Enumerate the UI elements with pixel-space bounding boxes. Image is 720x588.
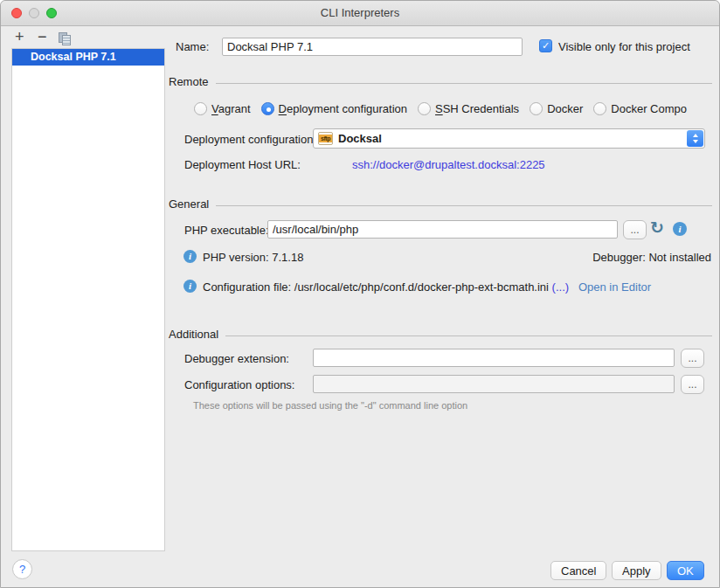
deployment-host-url-link[interactable]: ssh://docker@drupaltest.docksal:2225: [352, 158, 545, 171]
cli-interpreters-dialog: CLI Interpreters + − Docksal PHP 7.1 Nam…: [0, 0, 720, 588]
help-button[interactable]: ?: [12, 559, 32, 579]
section-divider: [216, 83, 712, 84]
config-options-hint: These options will be passed using the "…: [193, 400, 467, 411]
debugger-extension-label: Debugger extension:: [184, 352, 289, 365]
visible-project-label: Visible only for this project: [558, 40, 690, 53]
php-executable-browse-button[interactable]: ...: [623, 220, 647, 239]
radio-vagrant[interactable]: Vagrant: [194, 102, 251, 115]
open-in-editor-link[interactable]: Open in Editor: [578, 280, 651, 294]
remote-type-radio-group: Vagrant Deployment configuration SSH Cre…: [194, 98, 719, 119]
php-executable-input[interactable]: [267, 220, 618, 239]
sftp-server-icon: sftp: [318, 132, 333, 145]
radio-icon: [593, 102, 606, 115]
php-version-text: PHP version: 7.1.18: [203, 251, 303, 264]
additional-section-label: Additional: [169, 328, 225, 341]
additional-section-header: Additional: [169, 328, 712, 341]
add-interpreter-button[interactable]: +: [15, 28, 24, 46]
info-icon: i: [183, 280, 197, 293]
window-title: CLI Interpreters: [1, 1, 719, 25]
ok-button[interactable]: OK: [667, 561, 704, 580]
radio-docker[interactable]: Docker: [530, 102, 583, 115]
visible-project-checkbox[interactable]: ✓: [539, 39, 552, 52]
chevron-up-icon: [693, 134, 698, 137]
debugger-status-text: Debugger: Not installed: [592, 251, 711, 264]
chevron-down-icon: [693, 140, 698, 143]
configuration-options-input[interactable]: [313, 375, 675, 393]
cancel-button[interactable]: Cancel: [550, 561, 606, 580]
list-item-docksal-php[interactable]: Docksal PHP 7.1: [12, 49, 164, 66]
configuration-options-browse-button[interactable]: ...: [681, 375, 704, 394]
name-input[interactable]: [222, 38, 523, 56]
configuration-file-row: Configuration file: /usr/local/etc/php/c…: [203, 280, 651, 294]
apply-button[interactable]: Apply: [612, 561, 661, 580]
debugger-extension-browse-button[interactable]: ...: [681, 349, 704, 368]
radio-deployment-configuration[interactable]: Deployment configuration: [261, 102, 407, 115]
configuration-options-label: Configuration options:: [184, 378, 294, 391]
radio-docker-compose[interactable]: Docker Compo: [593, 102, 687, 115]
combo-stepper-icon: [687, 130, 703, 147]
section-divider: [225, 336, 712, 336]
configuration-file-more-link[interactable]: (...): [552, 280, 570, 294]
debugger-extension-input[interactable]: [313, 349, 675, 367]
remote-section-label: Remote: [169, 75, 216, 88]
info-icon: i: [183, 250, 197, 263]
configuration-file-text: Configuration file: /usr/local/etc/php/c…: [203, 280, 549, 294]
show-phpinfo-icon[interactable]: i: [673, 222, 687, 236]
copy-interpreter-icon[interactable]: [59, 32, 72, 45]
copy-icon-front: [62, 35, 71, 45]
general-section-header: General: [169, 197, 712, 211]
radio-selected-icon: [261, 102, 274, 115]
remove-interpreter-button[interactable]: −: [38, 28, 47, 46]
title-bar: CLI Interpreters: [1, 1, 719, 26]
radio-ssh-credentials[interactable]: SSH Credentials: [418, 102, 519, 115]
general-section-label: General: [169, 197, 216, 211]
radio-icon: [194, 102, 207, 115]
remote-section-header: Remote: [169, 75, 712, 88]
deployment-configuration-select[interactable]: sftp Docksal: [313, 128, 705, 149]
reload-phpinfo-icon[interactable]: ↻: [650, 218, 664, 237]
deployment-configuration-label: Deployment configuration:: [184, 133, 316, 146]
deployment-configuration-value: Docksal: [338, 132, 382, 145]
radio-icon: [530, 102, 543, 115]
deployment-host-url-label: Deployment Host URL:: [184, 158, 301, 171]
section-divider: [216, 205, 712, 206]
radio-icon: [418, 102, 431, 115]
php-executable-label: PHP executable:: [184, 224, 269, 237]
name-label: Name:: [176, 40, 209, 53]
interpreter-list: Docksal PHP 7.1: [11, 48, 165, 551]
